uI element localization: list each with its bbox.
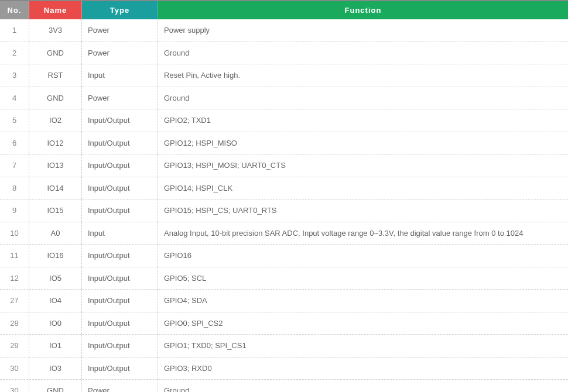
cell-no: 11 (0, 245, 29, 267)
cell-name: IO4 (29, 290, 82, 312)
cell-function: GPIO3; RXD0 (158, 357, 568, 380)
cell-function: GPIO15; HSPI_CS; UART0_RTS (158, 200, 568, 222)
cell-no: 30 (0, 357, 29, 380)
cell-function: GPIO13; HSPI_MOSI; UART0_CTS (158, 154, 568, 177)
cell-no: 7 (0, 154, 29, 177)
table-row: 7IO13Input/OutputGPIO13; HSPI_MOSI; UART… (0, 154, 568, 177)
cell-name: IO0 (29, 312, 82, 335)
cell-function: Ground (158, 380, 568, 392)
cell-name: GND (29, 42, 82, 64)
cell-function: GPIO1; TXD0; SPI_CS1 (158, 335, 568, 357)
table-row: 12IO5Input/OutputGPIO5; SCL (0, 267, 568, 290)
cell-name: 3V3 (29, 19, 82, 42)
cell-name: IO14 (29, 177, 82, 200)
cell-no: 5 (0, 109, 29, 132)
cell-name: IO15 (29, 200, 82, 222)
cell-no: 4 (0, 87, 29, 109)
cell-name: RST (29, 64, 82, 87)
cell-function: Power supply (158, 19, 568, 42)
cell-type: Input (82, 64, 158, 87)
cell-name: A0 (29, 222, 82, 245)
cell-function: GPIO12; HSPI_MISO (158, 132, 568, 154)
table-row: 28IO0Input/OutputGPIO0; SPI_CS2 (0, 312, 568, 335)
cell-function: Ground (158, 87, 568, 109)
cell-type: Power (82, 87, 158, 109)
table-row: 9IO15Input/OutputGPIO15; HSPI_CS; UART0_… (0, 200, 568, 222)
cell-function: GPIO14; HSPI_CLK (158, 177, 568, 200)
cell-name: IO12 (29, 132, 82, 154)
cell-no: 28 (0, 312, 29, 335)
table-row: 30IO3Input/OutputGPIO3; RXD0 (0, 357, 568, 380)
cell-no: 6 (0, 132, 29, 154)
table-row: 8IO14Input/OutputGPIO14; HSPI_CLK (0, 177, 568, 200)
cell-name: GND (29, 380, 82, 392)
header-name: Name (29, 1, 82, 19)
cell-function: Analog Input, 10-bit precision SAR ADC, … (158, 222, 568, 245)
table-row: 6IO12Input/OutputGPIO12; HSPI_MISO (0, 132, 568, 155)
table-row: 30GNDPowerGround (0, 380, 568, 392)
cell-type: Input/Output (82, 132, 158, 154)
cell-type: Input/Output (82, 357, 158, 380)
cell-type: Input/Output (82, 335, 158, 357)
table-row: 4GNDPowerGround (0, 87, 568, 110)
cell-name: GND (29, 87, 82, 109)
cell-type: Input/Output (82, 177, 158, 200)
cell-name: IO1 (29, 335, 82, 357)
table-header-row: No. Name Type Function (0, 1, 568, 19)
cell-name: IO3 (29, 357, 82, 380)
table-row: 29IO1Input/OutputGPIO1; TXD0; SPI_CS1 (0, 335, 568, 357)
cell-name: IO13 (29, 154, 82, 177)
cell-name: IO2 (29, 109, 82, 132)
cell-function: Reset Pin, Active high. (158, 64, 568, 87)
table-row: 2GNDPowerGround (0, 42, 568, 65)
cell-type: Input/Output (82, 245, 158, 267)
cell-type: Power (82, 19, 158, 42)
cell-name: IO16 (29, 245, 82, 267)
cell-function: GPIO5; SCL (158, 267, 568, 290)
cell-type: Power (82, 380, 158, 392)
header-function: Function (158, 1, 568, 19)
cell-type: Input/Output (82, 154, 158, 177)
cell-no: 2 (0, 42, 29, 64)
pin-table: No. Name Type Function 13V3PowerPower su… (0, 0, 568, 392)
table-row: 13V3PowerPower supply (0, 19, 568, 42)
cell-function: GPIO4; SDA (158, 290, 568, 312)
cell-type: Input/Output (82, 200, 158, 222)
cell-no: 8 (0, 177, 29, 200)
cell-type: Input (82, 222, 158, 245)
cell-function: Ground (158, 42, 568, 64)
cell-no: 10 (0, 222, 29, 245)
table-body: 13V3PowerPower supply2GNDPowerGround3RST… (0, 19, 568, 392)
cell-no: 1 (0, 19, 29, 42)
cell-function: GPIO2; TXD1 (158, 109, 568, 132)
cell-type: Input/Output (82, 267, 158, 290)
cell-no: 27 (0, 290, 29, 312)
cell-function: GPIO16 (158, 245, 568, 267)
table-row: 10A0InputAnalog Input, 10-bit precision … (0, 222, 568, 245)
cell-type: Input/Output (82, 290, 158, 312)
cell-no: 12 (0, 267, 29, 290)
header-no: No. (0, 1, 29, 19)
table-row: 5IO2Input/OutputGPIO2; TXD1 (0, 109, 568, 132)
cell-no: 30 (0, 380, 29, 392)
cell-type: Power (82, 42, 158, 64)
cell-no: 29 (0, 335, 29, 357)
table-row: 11IO16Input/OutputGPIO16 (0, 245, 568, 267)
cell-no: 3 (0, 64, 29, 87)
cell-type: Input/Output (82, 109, 158, 132)
table-row: 27IO4Input/OutputGPIO4; SDA (0, 290, 568, 312)
table-row: 3RSTInputReset Pin, Active high. (0, 64, 568, 87)
cell-type: Input/Output (82, 312, 158, 335)
cell-name: IO5 (29, 267, 82, 290)
cell-no: 9 (0, 200, 29, 222)
header-type: Type (82, 1, 158, 19)
cell-function: GPIO0; SPI_CS2 (158, 312, 568, 335)
